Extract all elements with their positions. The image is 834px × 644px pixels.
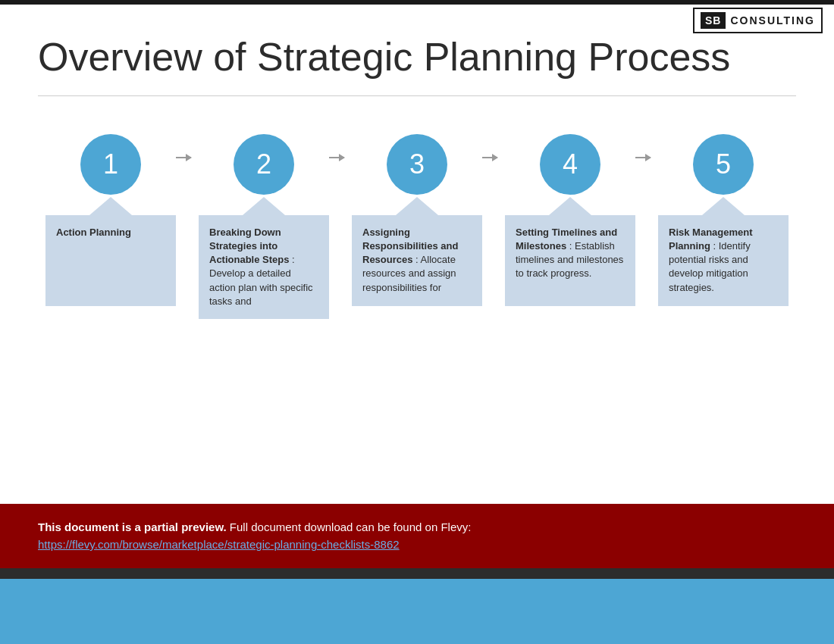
step-card-2: Breaking Down Strategies into Actionable… (199, 215, 329, 319)
bottom-bar-blue (0, 579, 834, 644)
step-card-wrapper-5: Risk Management Planning : Identify pote… (658, 191, 789, 306)
chevron-1 (89, 197, 132, 215)
chevron-4 (549, 197, 591, 215)
step-card-wrapper-2: Breaking Down Strategies into Actionable… (199, 191, 329, 319)
arrow-4-5 (635, 157, 651, 158)
chevron-5 (702, 197, 745, 215)
arrow-1-2 (176, 157, 191, 158)
preview-normal: Full document download can be found on F… (230, 521, 472, 533)
step-circle-4: 4 (540, 134, 600, 195)
page-title: Overview of Strategic Planning Process (38, 35, 796, 80)
step-circle-1: 1 (80, 134, 141, 195)
step-card-3: Assigning Responsibilities and Resources… (352, 215, 482, 306)
step-circle-5: 5 (693, 134, 754, 195)
chevron-3 (396, 197, 438, 215)
step-card-4: Setting Timelines and Milestones : Estab… (505, 215, 635, 306)
step-card-5: Risk Management Planning : Identify pote… (658, 215, 789, 306)
arrow-3-4 (482, 157, 497, 158)
process-flow: 1 Action Planning 2 Breaking Down Strate… (38, 134, 796, 319)
bottom-bars (0, 568, 834, 644)
process-item-2: 2 Breaking Down Strategies into Actionab… (199, 134, 329, 319)
logo-consulting: CONSULTING (730, 14, 815, 27)
divider (38, 95, 796, 96)
step-title-2: Breaking Down Strategies into Actionable… (209, 227, 289, 265)
step-card-wrapper-1: Action Planning (45, 191, 176, 306)
chevron-2 (243, 197, 285, 215)
bottom-bar-dark (0, 568, 834, 579)
process-item-4: 4 Setting Timelines and Milestones : Est… (505, 134, 635, 306)
step-circle-3: 3 (387, 134, 447, 195)
connector-2-3 (329, 134, 352, 158)
step-title-1: Action Planning (56, 227, 131, 238)
preview-text: This document is a partial preview. Full… (38, 521, 796, 533)
logo-sb: SB (701, 12, 726, 29)
preview-banner: This document is a partial preview. Full… (0, 504, 834, 568)
process-item-1: 1 Action Planning (45, 134, 176, 306)
main-content: Overview of Strategic Planning Process 1… (0, 5, 834, 334)
step-card-1: Action Planning (45, 215, 176, 306)
step-circle-2: 2 (234, 134, 294, 195)
process-item-3: 3 Assigning Responsibilities and Resourc… (352, 134, 482, 306)
connector-1-2 (176, 134, 199, 158)
preview-link[interactable]: https://flevy.com/browse/marketplace/str… (38, 538, 400, 551)
connector-3-4 (482, 134, 505, 158)
preview-bold: This document is a partial preview. (38, 521, 227, 533)
connector-4-5 (635, 134, 658, 158)
step-card-wrapper-3: Assigning Responsibilities and Resources… (352, 191, 482, 306)
process-item-5: 5 Risk Management Planning : Identify po… (658, 134, 789, 306)
arrow-2-3 (329, 157, 344, 158)
step-card-wrapper-4: Setting Timelines and Milestones : Estab… (505, 191, 635, 306)
logo-container: SB CONSULTING (693, 8, 823, 33)
